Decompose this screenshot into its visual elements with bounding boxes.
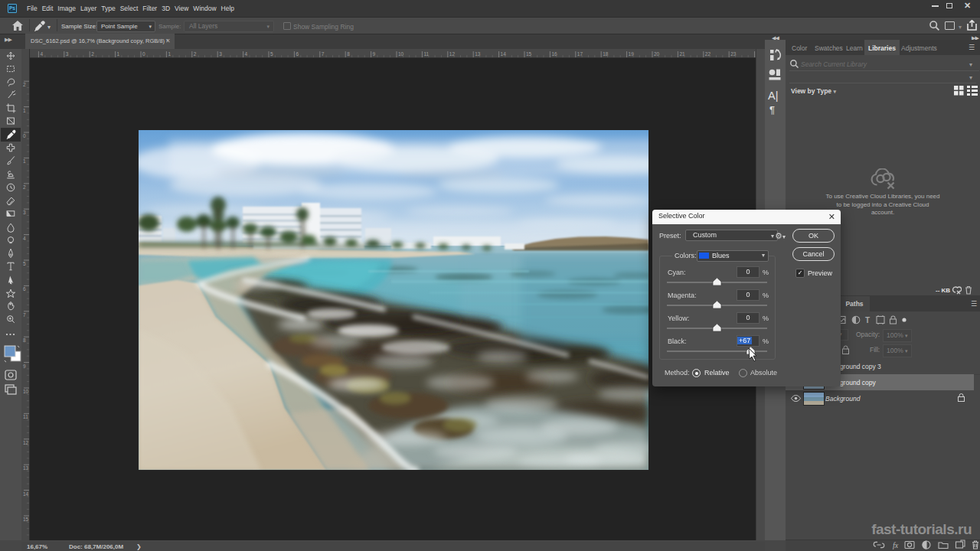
svg-text:2: 2 [194, 51, 197, 57]
svg-text:13: 13 [23, 465, 29, 471]
svg-text:2: 2 [23, 184, 26, 190]
svg-text:1: 1 [117, 51, 120, 57]
svg-text:T: T [865, 316, 870, 324]
svg-text:0: 0 [23, 133, 26, 139]
svg-text:10: 10 [23, 389, 29, 394]
svg-text:1: 1 [23, 108, 26, 113]
svg-text:3: 3 [219, 51, 222, 57]
svg-text:6: 6 [296, 51, 299, 57]
svg-text:6: 6 [23, 286, 26, 292]
svg-text:2: 2 [91, 51, 94, 57]
svg-text:8: 8 [347, 51, 350, 57]
svg-text:5: 5 [270, 51, 273, 57]
svg-text:9: 9 [373, 51, 376, 57]
svg-text:fx: fx [893, 541, 899, 549]
svg-text:4: 4 [245, 51, 248, 57]
svg-text:7: 7 [322, 51, 325, 57]
svg-text:11: 11 [23, 414, 28, 419]
svg-text:0: 0 [142, 51, 145, 57]
svg-text:5: 5 [23, 261, 26, 266]
svg-text:¶: ¶ [769, 104, 775, 116]
svg-text:3: 3 [23, 210, 26, 215]
svg-text:1: 1 [168, 51, 171, 57]
svg-text:4: 4 [40, 51, 43, 57]
svg-text:3: 3 [66, 51, 69, 57]
svg-text:4: 4 [23, 236, 26, 241]
svg-text:2: 2 [23, 82, 26, 87]
svg-text:8: 8 [23, 337, 26, 343]
svg-text:1: 1 [23, 158, 26, 164]
svg-text:9: 9 [23, 364, 26, 369]
svg-text:A|: A| [768, 90, 778, 102]
svg-text:7: 7 [23, 312, 26, 318]
svg-text:14: 14 [23, 491, 29, 497]
svg-text:12: 12 [23, 440, 29, 445]
